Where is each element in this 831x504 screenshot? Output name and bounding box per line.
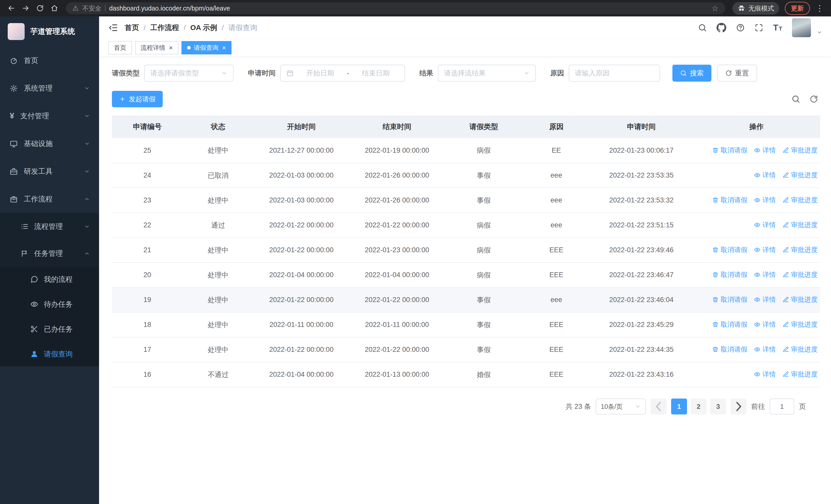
progress-action-link[interactable]: 审批进度 [782,370,818,379]
page-buttons: 123 [671,398,726,414]
detail-action-link[interactable]: 详情 [754,171,776,180]
font-size-icon[interactable]: TT [773,23,782,33]
tab-close-icon[interactable]: × [169,45,173,51]
sidebar-item-process-management[interactable]: 流程管理 [0,213,99,240]
breadcrumb-item[interactable]: OA 示例 [191,23,218,33]
sidebar-item-leave-query[interactable]: 请假查询 [0,342,99,366]
browser-update-button[interactable]: 更新 [785,2,810,15]
sidebar-item-todo-tasks[interactable]: 待办任务 [0,292,99,317]
sidebar-item-my-processes[interactable]: 我的流程 [0,267,99,292]
create-leave-button[interactable]: 发起请假 [112,91,163,107]
progress-action-link[interactable]: 审批进度 [782,220,818,230]
detail-action-link[interactable]: 详情 [754,270,776,279]
progress-action-link[interactable]: 审批进度 [782,196,818,205]
progress-action-link[interactable]: 审批进度 [782,345,818,354]
apply-time-range-picker[interactable]: 开始日期 - 结束日期 [280,65,405,82]
browser-refresh-icon[interactable] [33,2,47,15]
reset-button[interactable]: 重置 [717,65,757,82]
detail-action-link[interactable]: 详情 [754,220,776,230]
progress-action-link[interactable]: 审批进度 [782,171,818,180]
tab-home[interactable]: 首页 [108,41,132,54]
tab-process-detail[interactable]: 流程详情× [135,41,178,54]
cell-request-id: 22 [112,213,183,238]
edit-icon [782,247,789,253]
cancel-action-link[interactable]: 取消请假 [712,345,747,354]
progress-action-link[interactable]: 审批进度 [782,146,818,155]
progress-action-link[interactable]: 审批进度 [782,320,818,329]
tab-label: 流程详情 [141,43,165,52]
prev-page-button[interactable] [651,398,666,414]
action-label: 取消请假 [721,295,747,304]
detail-action-link[interactable]: 详情 [754,295,776,304]
sidebar-item-home[interactable]: 首页 [0,47,99,75]
cancel-action-link[interactable]: 取消请假 [712,245,747,254]
page-button-2[interactable]: 2 [691,398,707,414]
next-page-button[interactable] [730,398,747,414]
detail-action-link[interactable]: 详情 [754,370,776,379]
leave-type-select[interactable]: 请选择请假类型 [144,65,233,82]
leave-table-body: 25处理中2021-12-27 00:00:002022-01-19 00:00… [112,138,820,387]
cell-reason: eee [523,188,590,213]
action-label: 审批进度 [791,196,818,205]
progress-action-link[interactable]: 审批进度 [782,270,818,279]
breadcrumb-item[interactable]: 首页 [125,23,139,33]
detail-action-link[interactable]: 详情 [754,320,776,329]
address-bar[interactable]: ⚠ 不安全 dashboard.yudao.iocoder.cn/bpm/oa/… [66,2,725,14]
sidebar-item-payment-management[interactable]: ¥支付管理 [0,102,99,130]
help-icon[interactable] [736,23,745,32]
sidebar-item-done-tasks[interactable]: 已办任务 [0,317,99,342]
browser-back-icon[interactable] [5,2,18,15]
search-button[interactable]: 搜索 [672,65,711,82]
browser-menu-icon[interactable]: ⋮ [813,2,826,15]
reason-input[interactable] [569,65,660,82]
cell-end-time: 2022-01-11 00:00:00 [349,312,445,337]
table-refresh-icon[interactable] [809,95,818,103]
cancel-action-link[interactable]: 取消请假 [712,196,747,205]
github-icon[interactable] [717,23,726,33]
incognito-label: 无痕模式 [748,4,774,12]
user-avatar[interactable] [792,18,811,37]
sidebar-item-task-management[interactable]: 任务管理 [0,240,99,267]
cell-end-time: 2022-01-26 00:00:00 [349,163,445,188]
action-label: 审批进度 [791,220,818,230]
cell-reason: eee [523,288,590,312]
sidebar-item-system-management[interactable]: 系统管理 [0,75,99,102]
fullscreen-icon[interactable] [754,23,763,32]
goto-page-input[interactable] [770,398,794,414]
cancel-action-link[interactable]: 取消请假 [712,270,747,279]
table-search-toggle-icon[interactable] [792,95,800,103]
page-size-select[interactable]: 10条/页 [596,398,646,414]
page-button-3[interactable]: 3 [710,398,726,414]
detail-action-link[interactable]: 详情 [754,345,776,354]
sidebar-item-workflow[interactable]: 工作流程 [0,185,99,213]
tab-close-icon[interactable]: × [222,45,226,51]
detail-action-link[interactable]: 详情 [754,245,776,254]
user-menu-caret-icon[interactable] [816,30,822,35]
progress-action-link[interactable]: 审批进度 [782,295,818,304]
bookmark-star-icon[interactable]: ☆ [712,4,719,13]
sidebar-collapse-icon[interactable] [108,23,118,33]
result-select[interactable]: 请选择流结果 [438,65,536,82]
breadcrumb-item[interactable]: 工作流程 [150,23,179,33]
plus-icon [119,96,126,102]
browser-forward-icon[interactable] [19,2,32,15]
cell-status: 处理中 [183,288,254,312]
chevron-down-icon [84,141,90,147]
detail-action-link[interactable]: 详情 [754,146,776,155]
cell-apply-time: 2022-01-22 23:46:04 [590,288,693,312]
app-logo[interactable]: 芋道管理系统 [0,17,99,47]
sidebar-item-dev-tools[interactable]: 研发工具 [0,157,99,185]
action-label: 详情 [763,171,776,180]
detail-action-link[interactable]: 详情 [754,196,776,205]
progress-action-link[interactable]: 审批进度 [782,245,818,254]
cancel-action-link[interactable]: 取消请假 [712,295,747,304]
sidebar-item-infrastructure[interactable]: 基础设施 [0,130,99,157]
cancel-action-link[interactable]: 取消请假 [712,146,747,155]
security-label[interactable]: 不安全 [82,4,102,12]
cancel-action-link[interactable]: 取消请假 [712,320,747,329]
header-search-icon[interactable] [698,23,707,32]
table-tool-icons [792,95,818,103]
tab-leave-query[interactable]: 请假查询× [181,41,231,54]
page-button-1[interactable]: 1 [671,398,687,414]
browser-home-icon[interactable] [48,2,61,15]
